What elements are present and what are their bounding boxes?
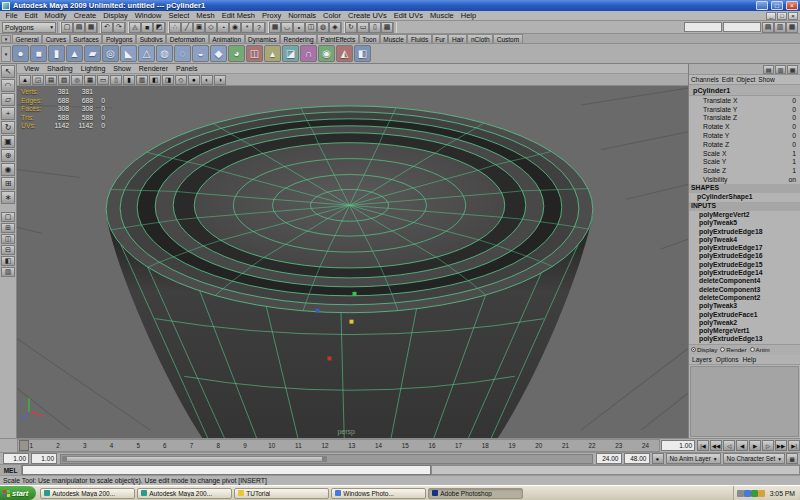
layer-mode-radio[interactable]: Render (720, 346, 746, 353)
input-node[interactable]: deleteComponent2 (689, 294, 800, 302)
show-manipulator-icon[interactable]: ⊞ (1, 177, 15, 190)
animation-preferences-button[interactable]: ▦ (786, 453, 798, 464)
child-close-button[interactable]: × (788, 12, 798, 20)
image-plane-icon[interactable]: ▧ (58, 75, 70, 85)
menu-item[interactable]: Muscle (426, 11, 457, 20)
shelf-tab[interactable]: Custom (493, 34, 522, 43)
toggle-tool-settings-icon[interactable]: ▥ (774, 22, 786, 33)
channel-row[interactable]: Rotate Y 0 (689, 131, 800, 140)
scale-tool-icon[interactable]: ▣ (1, 135, 15, 148)
menu-item[interactable]: Color (320, 11, 345, 20)
snap-curve-icon[interactable]: ◡ (281, 22, 293, 33)
menu-item[interactable]: Mesh (193, 11, 218, 20)
film-gate-icon[interactable]: ▭ (97, 75, 109, 85)
channel-row[interactable]: Scale Y 1 (689, 158, 800, 167)
step-back-frame-button[interactable]: ◁ (723, 440, 735, 451)
mask-lines-icon[interactable]: ╱ (181, 22, 193, 33)
camera-attributes-icon[interactable]: ◲ (32, 75, 44, 85)
soft-modification-icon[interactable]: ◉ (1, 163, 15, 176)
input-node[interactable]: polyMergeVert1 (689, 327, 800, 335)
menu-item[interactable]: Display (100, 11, 132, 20)
toggle-channel-box-icon[interactable]: ▦ (786, 22, 798, 33)
mask-faces-icon[interactable]: ▣ (193, 22, 205, 33)
channel-value[interactable]: 0 (792, 141, 796, 148)
menu-item[interactable]: Normals (285, 11, 320, 20)
task-maya-2[interactable]: Autodesk Maya 200... (137, 488, 232, 499)
grid-icon[interactable]: ▦ (84, 75, 96, 85)
input-node[interactable]: polyTweak3 (689, 302, 800, 310)
channel-box-menu-item[interactable]: Object (736, 76, 755, 83)
task-photoshop[interactable]: Adobe Photoshop (428, 488, 523, 499)
select-object-icon[interactable]: ■ (141, 22, 153, 33)
menu-item[interactable]: Create (70, 11, 100, 20)
poly-soccer-ball-icon[interactable]: ◒ (192, 45, 209, 62)
anim-layer-dropdown[interactable]: No Anim Layer ▾ (666, 453, 721, 464)
smooth-icon[interactable]: ◕ (228, 45, 245, 62)
minimize-button[interactable]: _ (756, 1, 768, 10)
shelf-tab[interactable]: Hair (448, 34, 467, 43)
select-tool-icon[interactable]: ↖ (1, 65, 15, 78)
render-current-frame-icon[interactable]: ▭ (357, 22, 369, 33)
menu-item[interactable]: Edit Mesh (218, 11, 258, 20)
range-slider-track[interactable] (60, 454, 593, 464)
mask-deformers-icon[interactable]: ◉ (229, 22, 241, 33)
mask-points-icon[interactable]: ∴ (169, 22, 181, 33)
shelf-options-icon[interactable]: ▾ (1, 46, 11, 62)
field-chart-icon[interactable]: ▥ (136, 75, 148, 85)
channel-value[interactable]: 0 (792, 132, 796, 139)
paint-select-tool-icon[interactable]: ▱ (1, 93, 15, 106)
construction-history-icon[interactable]: ↻ (345, 22, 357, 33)
shelf-menu-icon[interactable]: ▾ (1, 35, 11, 43)
select-camera-icon[interactable]: ▲ (19, 75, 31, 85)
poly-pyramid-icon[interactable]: △ (138, 45, 155, 62)
panel-menu-item[interactable]: Shading (43, 65, 77, 72)
poly-cube-icon[interactable]: ■ (30, 45, 47, 62)
universal-manipulator-icon[interactable]: ⊕ (1, 149, 15, 162)
time-slider[interactable]: 123456789101112131415161718192021222324 … (0, 438, 800, 452)
layer-editor-tab-icon[interactable]: ▥ (775, 65, 786, 74)
four-pane-layout[interactable]: ⊞ (1, 223, 15, 233)
channel-row[interactable]: Scale X 1 (689, 149, 800, 158)
input-node[interactable]: polyExtrudeEdge16 (689, 252, 800, 260)
input-node[interactable]: polyExtrudeEdge17 (689, 244, 800, 252)
start-button[interactable]: start (0, 486, 36, 500)
channel-row[interactable]: Rotate Z 0 (689, 140, 800, 149)
object-name[interactable]: pCylinder1 (689, 85, 800, 96)
shelf-tab[interactable]: Subdivs (136, 34, 166, 43)
input-node[interactable]: deleteComponent3 (689, 286, 800, 294)
shelf-tab[interactable]: Animation (209, 34, 245, 43)
animation-start-field[interactable]: 1.00 (3, 453, 29, 464)
tray-updates-icon[interactable] (758, 490, 765, 497)
menu-item[interactable]: Proxy (258, 11, 284, 20)
shelf-tab[interactable]: Toon (359, 34, 380, 43)
shelf-tab[interactable]: Fur (432, 34, 449, 43)
tray-network-icon[interactable] (744, 490, 751, 497)
channel-value[interactable]: 1 (792, 167, 796, 174)
task-photo-gallery[interactable]: Windows Photo... (331, 488, 426, 499)
snap-point-icon[interactable]: • (293, 22, 305, 33)
ipr-render-icon[interactable]: ▯ (369, 22, 381, 33)
layers-list[interactable] (690, 366, 799, 437)
poly-cylinder-icon[interactable]: ▮ (48, 45, 65, 62)
shelf-tab[interactable]: Curves (42, 34, 70, 43)
input-node[interactable]: polyExtrudeEdge13 (689, 335, 800, 343)
two-pane-side-layout[interactable]: ◫ (1, 234, 15, 244)
channel-value[interactable]: 0 (792, 123, 796, 130)
character-set-dropdown[interactable]: No Character Set ▾ (723, 453, 785, 464)
panel-menu-item[interactable]: Renderer (135, 65, 172, 72)
shelf-tab[interactable]: PaintEffects (317, 34, 359, 43)
mask-hulls-icon[interactable]: ◇ (205, 22, 217, 33)
channel-box-menu-item[interactable]: Edit (722, 76, 733, 83)
save-scene-icon[interactable]: ▦ (85, 22, 97, 33)
single-pane-layout[interactable]: ▢ (1, 212, 15, 222)
shelf-tab[interactable]: nCloth (467, 34, 493, 43)
layers-menu-item[interactable]: Options (716, 356, 739, 363)
shape-node[interactable]: pCylinderShape1 (689, 193, 800, 202)
channel-value[interactable]: 0 (792, 106, 796, 113)
poly-platonic-icon[interactable]: ◆ (210, 45, 227, 62)
make-live-icon[interactable]: ◈ (329, 22, 341, 33)
combine-icon[interactable]: ◫ (246, 45, 263, 62)
channel-row[interactable]: Scale Z 1 (689, 166, 800, 175)
poly-cone-icon[interactable]: ▲ (66, 45, 83, 62)
layer-mode-radio[interactable]: Anim (750, 346, 770, 353)
